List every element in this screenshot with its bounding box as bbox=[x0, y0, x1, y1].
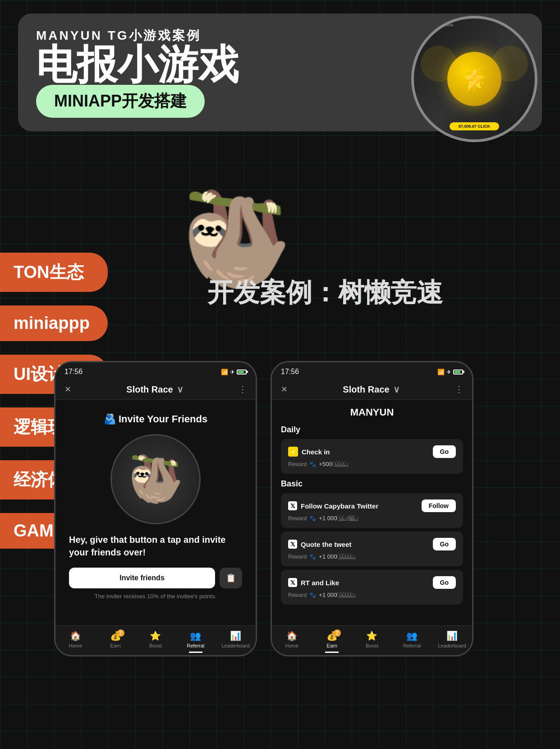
phone1-nav-earn-label: Earn bbox=[110, 643, 121, 648]
quote-tweet-reward: Reward 🐾 +1 000 ꦿꦿꦿꦿꦿꦿ bbox=[288, 553, 456, 560]
check-icon: ✓ bbox=[288, 447, 298, 457]
phone1-nav-earn[interactable]: 7 💰 Earn bbox=[96, 630, 136, 648]
phone1-sloth-avatar: 🦥 bbox=[110, 434, 201, 524]
earn-badge2: 7 bbox=[334, 629, 341, 637]
phone1-invite-buttons: Invite friends 📋 bbox=[64, 568, 247, 588]
phone1-nav-leaderboard-label: Leaderboard bbox=[221, 643, 249, 648]
phone2-status-icons: 📶 ✈ bbox=[437, 369, 463, 375]
center-heading-text: 开发案例：树懒竞速 bbox=[90, 275, 560, 310]
boost-icon: ⭐ bbox=[150, 630, 161, 641]
phone1-content: 🫂 Invite Your Friends 🦥 Hey, give that b… bbox=[55, 400, 256, 625]
checkin-reward: Reward 🐾 +500 ꦿꦿꦿꦿꦿ bbox=[288, 461, 456, 467]
phone2-nav-boost-label: Boost bbox=[366, 643, 378, 648]
earn-badge: 7 bbox=[117, 629, 124, 637]
phone2-nav-earn-label: Earn bbox=[327, 643, 337, 648]
phone2-nav: 🏠 Home 7 💰 Earn ⭐ Boost 👥 Referral 📊 Lea… bbox=[272, 625, 472, 655]
phone1-nav: 🏠 Home 7 💰 Earn ⭐ Boost 👥 Referral 📊 Lea… bbox=[55, 625, 256, 655]
phone2-basic-label: Basic bbox=[281, 479, 463, 489]
phone2-close-icon[interactable]: ✕ bbox=[281, 384, 288, 394]
rt-like-name: 𝕏 RT and Like bbox=[288, 578, 339, 587]
leaderboard-icon: 📊 bbox=[230, 630, 241, 641]
quote-tweet-name: 𝕏 Quote the tweet bbox=[288, 540, 352, 549]
phone1-nav-referral[interactable]: 👥 Referral bbox=[175, 630, 216, 648]
phone2-content: MANYUN Daily ✓ Check in Go Reward 🐾 bbox=[272, 400, 472, 625]
phone1-invite-text: Hey, give that button a tap and invite y… bbox=[64, 533, 247, 559]
phone2-nav-home-label: Home bbox=[285, 643, 298, 648]
phone2-app-title: MANYUN bbox=[281, 407, 463, 418]
phone2-nav-boost[interactable]: ⭐ Boost bbox=[352, 630, 392, 648]
rt-like-btn[interactable]: Go bbox=[433, 576, 456, 589]
circle-phone-mockup: PixelTap by Pixitverse ⬤ ⬤ ⬤ 🌟 87,006.67… bbox=[411, 16, 537, 142]
phone2-nav-leaderboard-label: Leaderboard bbox=[438, 643, 466, 648]
phone2-status-bar: 17:56 📶 ✈ bbox=[272, 362, 472, 379]
phone2-mockup: 17:56 📶 ✈ ✕ Sloth Race ∨ ⋮ MANYUN Daily bbox=[271, 361, 473, 657]
follow-twitter-name: 𝕏 Follow Capybara Twitter bbox=[288, 501, 378, 510]
x-twitter-icon2: 𝕏 bbox=[288, 540, 297, 549]
phone1-nav-leaderboard[interactable]: 📊 Leaderboard bbox=[216, 630, 256, 648]
boost-icon2: ⭐ bbox=[366, 630, 377, 641]
phones-container: 17:56 📶 ✈ ✕ Sloth Race ∨ ⋮ 🫂 Invite Your… bbox=[54, 361, 542, 657]
phone2-time: 17:56 bbox=[281, 368, 299, 376]
follow-twitter-btn[interactable]: Follow bbox=[422, 499, 456, 512]
phone1-header: ✕ Sloth Race ∨ ⋮ bbox=[55, 379, 256, 400]
phone1-menu-icon[interactable]: ⋮ bbox=[239, 384, 247, 394]
daily-checkin-item: ✓ Check in Go Reward 🐾 +500 ꦿꦿꦿꦿꦿ bbox=[281, 439, 463, 474]
quote-tweet-btn[interactable]: Go bbox=[433, 538, 456, 550]
phone2-chevron-icon[interactable]: ∨ bbox=[393, 384, 400, 395]
checkin-go-btn[interactable]: Go bbox=[433, 445, 456, 458]
phone1-nav-referral-label: Referral bbox=[187, 643, 204, 648]
phone1-nav-home-label: Home bbox=[69, 643, 82, 648]
phone1-close-icon[interactable]: ✕ bbox=[64, 384, 71, 394]
phone1-copy-btn[interactable]: 📋 bbox=[220, 568, 242, 588]
phone2-daily-label: Daily bbox=[281, 425, 463, 435]
phone1-invite-title: 🫂 Invite Your Friends bbox=[64, 413, 247, 425]
phone1-status-icons: 📶 ✈ bbox=[221, 369, 247, 375]
follow-twitter-item: 𝕏 Follow Capybara Twitter Follow Reward … bbox=[281, 493, 463, 528]
phone1-mockup: 17:56 📶 ✈ ✕ Sloth Race ∨ ⋮ 🫂 Invite Your… bbox=[54, 361, 257, 657]
home-icon: 🏠 bbox=[70, 630, 81, 641]
tag-miniapp: miniappp bbox=[0, 305, 108, 341]
phone1-title: Sloth Race bbox=[126, 384, 173, 395]
phone2-nav-earn[interactable]: 7 💰 Earn bbox=[312, 630, 352, 648]
phone2-title: Sloth Race bbox=[343, 384, 389, 395]
phone1-time: 17:56 bbox=[64, 368, 83, 376]
phone2-header: ✕ Sloth Race ∨ ⋮ bbox=[272, 379, 472, 400]
phone2-nav-referral-label: Referral bbox=[403, 643, 421, 648]
phone2-nav-referral[interactable]: 👥 Referral bbox=[392, 630, 432, 648]
rt-like-item: 𝕏 RT and Like Go Reward 🐾 +1 000 ꦿꦿꦿꦿꦿꦿ bbox=[281, 570, 463, 605]
banner-title: 电报小游戏 bbox=[36, 44, 239, 85]
phone1-nav-boost-label: Boost bbox=[149, 643, 162, 648]
center-heading: 开发案例：树懒竞速 bbox=[90, 275, 560, 310]
leaderboard-icon2: 📊 bbox=[446, 630, 458, 641]
phone1-nav-boost[interactable]: ⭐ Boost bbox=[136, 630, 176, 648]
quote-tweet-item: 𝕏 Quote the tweet Go Reward 🐾 +1 000 ꦿꦿꦿ… bbox=[281, 532, 463, 566]
phone1-invite-note: The inviter receives 10% of the invitee'… bbox=[64, 593, 247, 600]
x-twitter-icon: 𝕏 bbox=[288, 501, 297, 510]
rt-like-reward: Reward 🐾 +1 000 ꦿꦿꦿꦿꦿꦿ bbox=[288, 592, 456, 598]
phone1-nav-home[interactable]: 🏠 Home bbox=[55, 630, 96, 648]
phone2-nav-leaderboard[interactable]: 📊 Leaderboard bbox=[432, 630, 472, 648]
phone2-menu-icon[interactable]: ⋮ bbox=[455, 384, 463, 394]
referral-icon: 👥 bbox=[190, 630, 201, 641]
checkin-name: ✓ Check in bbox=[288, 447, 330, 457]
referral-icon2: 👥 bbox=[406, 630, 418, 641]
phone1-invite-btn[interactable]: Invite friends bbox=[69, 568, 215, 588]
x-twitter-icon3: 𝕏 bbox=[288, 578, 297, 587]
home-icon2: 🏠 bbox=[286, 630, 298, 641]
phone2-nav-home[interactable]: 🏠 Home bbox=[272, 630, 312, 648]
phone1-chevron-icon[interactable]: ∨ bbox=[177, 384, 184, 395]
phone1-status-bar: 17:56 📶 ✈ bbox=[55, 362, 256, 379]
coin-icon: 🌟 bbox=[447, 52, 501, 106]
sloth-character: 🦥 bbox=[180, 194, 338, 352]
follow-twitter-reward: Reward 🐾 +1 000 ꦿꦿꦿ꧁ꦿꦿꦿ bbox=[288, 515, 456, 522]
banner-tag: MINIAPP开发搭建 bbox=[36, 85, 205, 118]
